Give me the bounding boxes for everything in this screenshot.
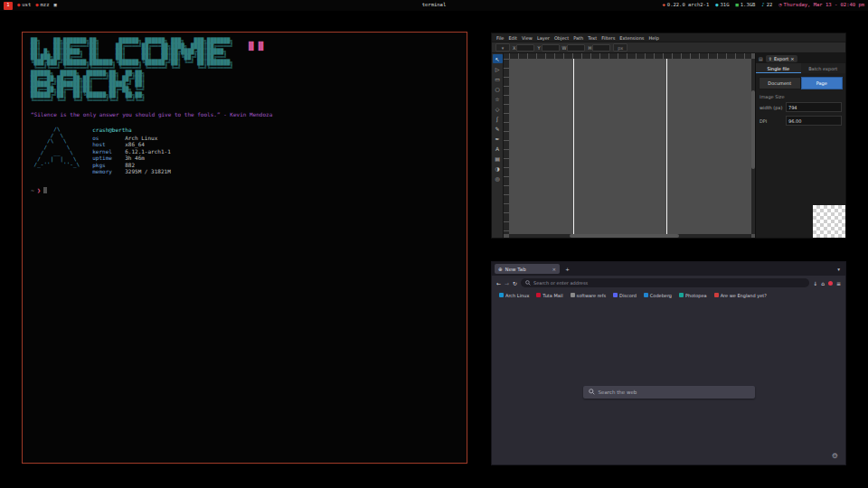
bookmark-are-we-england-yet[interactable]: Are we England yet?: [714, 293, 767, 298]
downloads-icon[interactable]: ↓: [813, 280, 817, 286]
new-tab-button[interactable]: +: [563, 267, 571, 272]
terminal-window[interactable]: ██╗ ██╗███████╗██╗ ██████╗ ██████╗ ███╗ …: [22, 32, 467, 464]
fetch-row-uptime: uptime3h 46m: [92, 155, 171, 162]
fetch-output: /\ / \ /\ \ / \ / __ \ / | | \ /_-'' ''-…: [31, 127, 458, 175]
close-icon[interactable]: ×: [790, 56, 794, 61]
tab-single-file[interactable]: Single file: [756, 63, 801, 73]
ellipse-tool-icon[interactable]: ○: [493, 84, 503, 93]
layout-icon[interactable]: ▣: [54, 3, 57, 8]
canvas-vertical-scrollbar[interactable]: [751, 59, 755, 234]
favicon: [644, 293, 648, 297]
bookmark-tuta-mail[interactable]: Tuta Mail: [536, 293, 562, 298]
fetch-info: crash@bertha osArch Linux hostx86_64 ker…: [92, 127, 171, 175]
h-input[interactable]: [592, 44, 610, 52]
tab-batch-export[interactable]: Batch export: [801, 63, 846, 73]
menu-path[interactable]: Path: [573, 35, 583, 41]
browser-window: ⊕ New Tab × + ▾ ← → ↻ Search or enter ad…: [491, 261, 846, 465]
prompt-symbol: ❯: [37, 187, 41, 194]
fetch-label: kernel: [92, 148, 125, 155]
terminal-cursor: [43, 187, 47, 193]
menu-icon[interactable]: ≡: [836, 280, 841, 286]
workspace-tags: 1 ● ust ● mzz ▣: [4, 2, 57, 10]
export-panel-tab[interactable]: ⇧ Export ×: [766, 55, 797, 62]
menu-extensions[interactable]: Extensions: [619, 35, 644, 41]
y-input[interactable]: [542, 44, 560, 52]
scrollbar-thumb[interactable]: [570, 234, 679, 238]
width-input[interactable]: 794: [786, 102, 842, 112]
star-tool-icon[interactable]: ☆: [493, 94, 503, 103]
gradient-tool-icon[interactable]: ▤: [493, 154, 503, 163]
x-input[interactable]: [516, 44, 534, 52]
canvas-horizontal-scrollbar[interactable]: [509, 234, 751, 238]
reload-button[interactable]: ↻: [513, 280, 517, 286]
unit-dropdown[interactable]: px: [613, 43, 627, 52]
status-bar: 1 ● ust ● mzz ▣ terminal ◆ 0.22.0 arch2-…: [0, 0, 868, 11]
page-button[interactable]: Page: [801, 77, 844, 89]
bookmark-discord[interactable]: Discord: [613, 293, 637, 298]
home-icon[interactable]: ⌂: [821, 280, 825, 286]
status-clock: ◔ Thursday, Mar 13 - 02:40 pm: [778, 3, 864, 8]
back-button[interactable]: ←: [496, 280, 501, 286]
menu-view[interactable]: View: [522, 35, 533, 41]
ruler-corner: [504, 53, 509, 59]
menu-text[interactable]: Text: [588, 35, 597, 41]
favicon: [679, 293, 684, 297]
forward-button[interactable]: →: [505, 280, 509, 286]
rect-tool-icon[interactable]: ▭: [493, 74, 503, 83]
list-tabs-icon[interactable]: ▾: [837, 267, 843, 272]
topbar-item-ust[interactable]: ● ust: [17, 3, 31, 8]
panel-list-icon[interactable]: ▤: [759, 56, 763, 61]
pen-tool-icon[interactable]: ✒: [493, 134, 503, 143]
menu-filters[interactable]: Filters: [601, 35, 615, 41]
dropper-tool-icon[interactable]: ◑: [493, 164, 503, 173]
export-area-segment: Document Page: [759, 77, 843, 89]
node-tool-icon[interactable]: ▷: [493, 64, 503, 73]
favicon: [499, 293, 504, 297]
document-button[interactable]: Document: [759, 77, 801, 89]
scrollbar-thumb[interactable]: [751, 90, 755, 169]
menu-help[interactable]: Help: [648, 35, 658, 41]
prompt-path: ~: [31, 187, 34, 194]
box3d-tool-icon[interactable]: ◇: [493, 104, 503, 113]
tag-icon: ●: [17, 3, 20, 8]
bookmark-label: Are we England yet?: [721, 293, 767, 298]
menu-file[interactable]: File: [496, 35, 504, 41]
shell-prompt[interactable]: ~ ❯: [31, 187, 458, 194]
bookmark-label: Photopea: [685, 293, 707, 298]
menu-edit[interactable]: Edit: [508, 35, 517, 41]
fetch-label: uptime: [92, 155, 125, 162]
pencil-tool-icon[interactable]: ✎: [493, 124, 503, 133]
bookmark-codeberg[interactable]: Codeberg: [644, 293, 672, 298]
extension-icon[interactable]: [828, 281, 833, 286]
clock-icon: ◔: [778, 3, 781, 8]
memory-icon: ■: [735, 3, 738, 8]
selector-tool-icon[interactable]: ↖: [493, 54, 503, 63]
status-volume: ♪ 22: [761, 3, 772, 8]
zoom-tool-icon[interactable]: ◎: [493, 174, 503, 183]
tab-new-tab[interactable]: ⊕ New Tab ×: [495, 264, 560, 274]
document-page[interactable]: [573, 59, 667, 234]
workspace-tag-1[interactable]: 1: [4, 2, 13, 10]
bookmark-arch-linux[interactable]: Arch Linux: [499, 293, 529, 298]
selection-dropdown[interactable]: ▾: [495, 43, 510, 52]
gear-icon[interactable]: ⚙: [832, 452, 838, 460]
inkscape-canvas[interactable]: [504, 53, 755, 238]
fetch-row-memory: memory3295M / 31821M: [92, 168, 171, 175]
menu-layer[interactable]: Layer: [537, 35, 550, 41]
bookmark-folder-software-refs[interactable]: software refs: [571, 293, 606, 298]
inkscape-toolbox: ↖ ▷ ▭ ○ ☆ ◇ ʃ ✎ ✒ A ▤ ◑ ◎: [492, 53, 504, 238]
address-bar[interactable]: Search or enter address: [521, 278, 809, 287]
fetch-row-pkgs: pkgs882: [92, 162, 171, 169]
text-tool-icon[interactable]: A: [493, 144, 503, 153]
bookmark-photopea[interactable]: Photopea: [679, 293, 707, 298]
tab-close-icon[interactable]: ×: [552, 267, 556, 272]
search-placeholder: Search the web: [599, 389, 637, 395]
topbar-item-mzz[interactable]: ● mzz: [35, 3, 49, 8]
web-search-input[interactable]: Search the web: [583, 386, 755, 399]
w-input[interactable]: [567, 44, 585, 52]
bookmark-label: Arch Linux: [505, 293, 529, 298]
bookmark-label: software refs: [577, 293, 606, 298]
menu-object[interactable]: Object: [554, 35, 569, 41]
spiral-tool-icon[interactable]: ʃ: [493, 114, 503, 123]
dpi-input[interactable]: 96.00: [786, 116, 842, 126]
